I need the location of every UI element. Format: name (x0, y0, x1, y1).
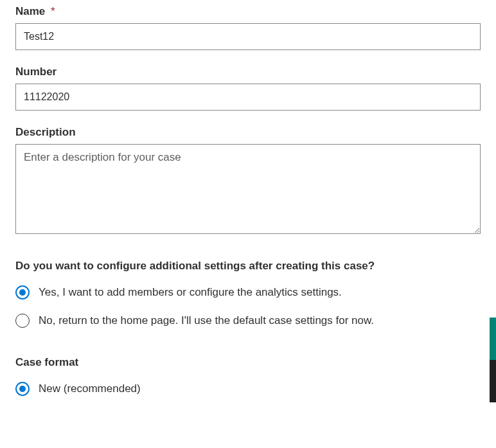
description-textarea[interactable] (15, 144, 481, 234)
configure-radio-no[interactable]: No, return to the home page. I'll use th… (15, 314, 481, 328)
radio-circle-icon (15, 285, 30, 300)
case-format-section: Case format New (recommended) (15, 356, 481, 396)
radio-circle-icon (15, 382, 30, 396)
radio-dot-icon (19, 386, 26, 392)
configure-no-label: No, return to the home page. I'll use th… (39, 314, 374, 328)
configure-heading: Do you want to configure additional sett… (15, 260, 481, 273)
radio-dot-icon (19, 289, 26, 296)
configure-radio-yes[interactable]: Yes, I want to add members or configure … (15, 285, 481, 300)
name-label: Name * (15, 5, 481, 18)
configure-yes-label: Yes, I want to add members or configure … (39, 285, 342, 300)
side-accent-teal (490, 318, 496, 360)
name-input[interactable] (15, 23, 481, 50)
radio-circle-icon (15, 314, 30, 328)
case-format-radio-group: New (recommended) (15, 382, 481, 396)
side-accent-dark (490, 360, 496, 402)
configure-settings-section: Do you want to configure additional sett… (15, 260, 481, 328)
required-asterisk: * (51, 5, 55, 17)
name-field-group: Name * (15, 5, 481, 50)
description-field-group: Description (15, 126, 481, 237)
case-format-heading: Case format (15, 356, 481, 369)
name-label-text: Name (15, 5, 45, 17)
configure-radio-group: Yes, I want to add members or configure … (15, 285, 481, 328)
description-label: Description (15, 126, 481, 139)
case-format-radio-new[interactable]: New (recommended) (15, 382, 481, 396)
number-field-group: Number (15, 66, 481, 111)
number-input[interactable] (15, 84, 481, 111)
case-form: Name * Number Description Do you want to… (0, 0, 496, 396)
number-label: Number (15, 66, 481, 78)
case-format-new-label: New (recommended) (39, 382, 141, 396)
